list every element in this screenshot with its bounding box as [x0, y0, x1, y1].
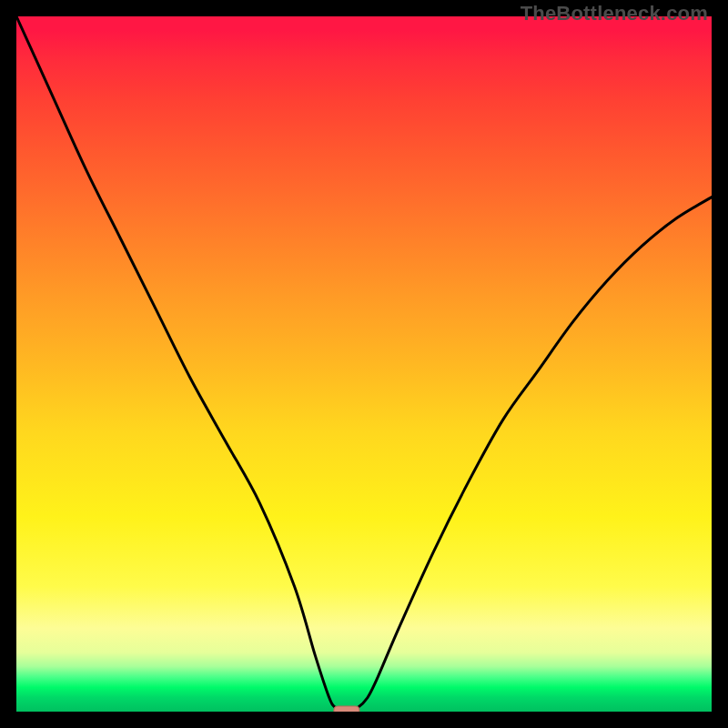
min-marker	[334, 706, 359, 712]
plot-area	[16, 16, 712, 712]
curve-layer	[16, 16, 712, 712]
bottleneck-curve	[16, 16, 712, 712]
watermark-text: TheBottleneck.com	[521, 2, 708, 25]
chart-frame: TheBottleneck.com	[0, 0, 728, 728]
